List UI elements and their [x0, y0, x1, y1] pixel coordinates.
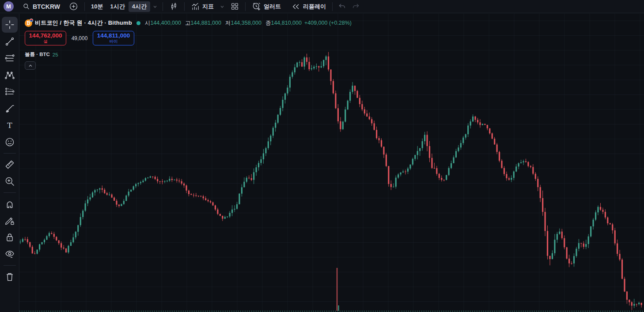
tool-forecast[interactable]: [2, 84, 18, 100]
tool-xabcd-pattern[interactable]: [2, 67, 18, 83]
tool-crosshair[interactable]: [2, 17, 18, 33]
close-value: 144,810,000: [271, 20, 302, 26]
tool-measure[interactable]: [2, 157, 18, 173]
indicators-menu-button[interactable]: [217, 1, 227, 12]
order-panel: 144,762,000 셀 49,000 144,811,000 바이: [25, 31, 352, 45]
timeframe-1h[interactable]: 1시간: [106, 1, 128, 12]
top-toolbar: M BTCKRW 10분 1시간 4시간: [0, 0, 644, 13]
candlestick-icon: [169, 2, 178, 11]
tool-remove-all[interactable]: [2, 269, 18, 285]
lock-icon: [4, 232, 15, 243]
user-avatar[interactable]: M: [4, 1, 14, 11]
tool-lock-all[interactable]: [2, 229, 18, 245]
chart-style-button[interactable]: [166, 1, 182, 12]
tool-fib-retracement[interactable]: [2, 50, 18, 66]
symbol-title[interactable]: 비트코인 / 한국 원 · 4시간 · Bithumb: [35, 19, 132, 27]
timeframe-menu-button[interactable]: [150, 1, 160, 12]
tool-zoom-in[interactable]: [2, 173, 18, 189]
alert-button[interactable]: 얼러트: [248, 1, 284, 12]
redo-icon: [352, 2, 360, 11]
ruler-icon: [4, 159, 15, 170]
magnet-icon: [4, 199, 15, 209]
timeframe-4h[interactable]: 4시간: [129, 1, 150, 12]
volume-study-row[interactable]: 볼륨 · BTC 25: [25, 51, 352, 58]
divider: [332, 2, 333, 11]
bitcoin-icon: ₿: [25, 19, 32, 27]
tool-magnet[interactable]: [2, 196, 18, 212]
high-value: 144,881,000: [190, 20, 221, 26]
drawing-toolbar: T: [0, 14, 19, 312]
low-value: 144,358,000: [231, 20, 261, 26]
divider: [4, 265, 16, 266]
zoom-in-icon: [4, 176, 15, 187]
legend-title-row: ₿ 비트코인 / 한국 원 · 4시간 · Bithumb 시144,400,0…: [25, 19, 352, 27]
plus-circle-icon: [69, 2, 78, 11]
indicators-button[interactable]: 지표: [187, 1, 217, 12]
symbol-label: BTCKRW: [33, 3, 60, 10]
layout-grid-button[interactable]: [227, 1, 242, 12]
replay-button[interactable]: 리플레이: [288, 1, 330, 12]
indicators-label: 지표: [202, 3, 214, 11]
tool-emoji[interactable]: [2, 134, 18, 150]
grid-layout-icon: [231, 2, 239, 11]
undo-icon: [338, 2, 346, 11]
pencil-lock-icon: [4, 215, 15, 226]
divider: [84, 2, 85, 11]
svg-text:T: T: [7, 121, 12, 130]
tool-brush[interactable]: [2, 101, 18, 117]
replay-label: 리플레이: [303, 3, 326, 11]
price-chart[interactable]: ₿ 비트코인 / 한국 원 · 4시간 · Bithumb 시144,400,0…: [19, 14, 644, 312]
collapse-pane-button[interactable]: [25, 61, 36, 70]
redo-button[interactable]: [349, 1, 363, 12]
sell-button[interactable]: 144,762,000 셀: [25, 31, 66, 45]
korea-flag-badge: [30, 19, 33, 22]
chevron-down-icon: [152, 4, 158, 10]
forecast-icon: [4, 86, 15, 97]
market-status-dot[interactable]: [136, 21, 140, 25]
compare-add-button[interactable]: [65, 1, 82, 12]
indicators-icon: [191, 2, 200, 11]
change-value: +409,000 (+0.28%): [304, 20, 352, 26]
spread-value: 49,000: [70, 35, 89, 41]
emoji-icon: [4, 137, 15, 147]
tool-drawing-lock[interactable]: [2, 213, 18, 229]
chart-legend: ₿ 비트코인 / 한국 원 · 4시간 · Bithumb 시144,400,0…: [25, 19, 352, 70]
crosshair-icon: [4, 19, 15, 30]
search-icon: [23, 3, 30, 10]
buy-button[interactable]: 144,811,000 바이: [93, 31, 134, 45]
alert-clock-icon: [252, 2, 261, 11]
ohlc-values: 시144,400,000 고144,881,000 저144,358,000 종…: [145, 19, 302, 27]
trend-line-icon: [4, 36, 15, 47]
rewind-icon: [292, 2, 300, 11]
timeframe-10m[interactable]: 10분: [87, 1, 106, 12]
xabcd-pattern-icon: [4, 70, 15, 80]
fib-retracement-icon: [4, 53, 15, 64]
undo-button[interactable]: [335, 1, 349, 12]
divider: [4, 153, 16, 154]
tool-text[interactable]: T: [2, 117, 18, 133]
open-value: 144,400,000: [150, 20, 181, 26]
symbol-search-button[interactable]: BTCKRW: [19, 1, 64, 12]
text-icon: T: [4, 120, 15, 131]
tool-trend-line[interactable]: [2, 34, 18, 49]
divider: [163, 2, 163, 11]
brush-icon: [4, 103, 15, 114]
alert-label: 얼러트: [264, 3, 281, 11]
divider: [4, 192, 16, 193]
chevron-up-icon: [28, 63, 33, 68]
trash-icon: [4, 271, 15, 282]
divider: [184, 2, 185, 11]
trading-app: { "colors": { "bg": "#0d1015", "panel": …: [0, 0, 644, 312]
divider: [245, 2, 246, 11]
avatar-letter: M: [6, 3, 11, 10]
chevron-down-icon: [219, 4, 225, 10]
eye-icon: [4, 249, 15, 259]
tool-hide-all[interactable]: [2, 246, 18, 262]
